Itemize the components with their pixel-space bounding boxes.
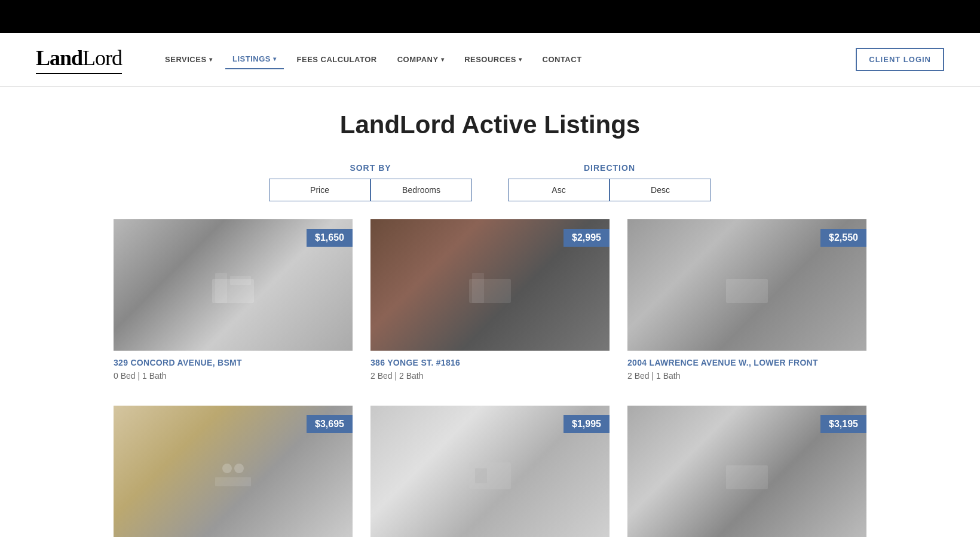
listing-address-1: 386 YONGE ST. #1816: [370, 358, 610, 367]
sort-bedrooms-button[interactable]: Bedrooms: [370, 179, 472, 201]
price-badge-4: $1,995: [564, 415, 610, 433]
listing-address-2: 2004 LAWRENCE AVENUE W., LOWER FRONT: [627, 358, 866, 367]
listing-card-5[interactable]: $3,195: [627, 406, 866, 552]
main-nav: SERVICES ▾ LISTINGS ▾ FEES CALCULATOR CO…: [158, 48, 944, 71]
listing-image-5: $3,195: [627, 406, 866, 537]
listing-card-0[interactable]: $1,650 329 CONCORD AVENUE, BSMT 0 Bed | …: [114, 219, 353, 388]
listing-info-3: [114, 537, 353, 552]
listing-image-1: $2,995: [370, 219, 610, 351]
price-badge-1: $2,995: [564, 229, 610, 247]
svg-rect-5: [726, 279, 768, 303]
svg-rect-10: [475, 468, 487, 483]
listing-info-1: 386 YONGE ST. #1816 2 Bed | 2 Bath: [370, 351, 610, 388]
listings-grid: $1,650 329 CONCORD AVENUE, BSMT 0 Bed | …: [114, 219, 866, 552]
price-badge-3: $3,695: [307, 415, 353, 433]
logo[interactable]: LandLord: [36, 45, 122, 74]
page-title: LandLord Active Listings: [114, 111, 866, 139]
header: LandLord SERVICES ▾ LISTINGS ▾ FEES CALC…: [0, 33, 980, 87]
direction-asc-button[interactable]: Asc: [508, 179, 610, 201]
direction-buttons: Asc Desc: [508, 179, 711, 201]
sort-controls: SORT BY Price Bedrooms DIRECTION Asc Des…: [114, 163, 866, 201]
listing-info-4: [370, 537, 610, 552]
listing-address-0: 329 CONCORD AVENUE, BSMT: [114, 358, 353, 367]
listing-info-2: 2004 LAWRENCE AVENUE W., LOWER FRONT 2 B…: [627, 351, 866, 388]
nav-resources[interactable]: RESOURCES ▾: [457, 50, 529, 69]
listing-card-1[interactable]: $2,995 386 YONGE ST. #1816 2 Bed | 2 Bat…: [370, 219, 610, 388]
chevron-down-icon: ▾: [519, 56, 522, 63]
sort-price-button[interactable]: Price: [269, 179, 370, 201]
svg-rect-11: [726, 465, 768, 489]
sort-by-buttons: Price Bedrooms: [269, 179, 472, 201]
svg-point-7: [234, 464, 244, 473]
chevron-down-icon: ▾: [209, 56, 213, 63]
sort-by-label: SORT BY: [350, 163, 391, 173]
direction-desc-button[interactable]: Desc: [610, 179, 711, 201]
listing-details-2: 2 Bed | 1 Bath: [627, 371, 866, 381]
listing-card-3[interactable]: $3,695: [114, 406, 353, 552]
nav-company[interactable]: COMPANY ▾: [390, 50, 451, 69]
price-badge-5: $3,195: [820, 415, 866, 433]
listing-details-1: 2 Bed | 2 Bath: [370, 371, 610, 381]
listing-info-0: 329 CONCORD AVENUE, BSMT 0 Bed | 1 Bath: [114, 351, 353, 388]
nav-services[interactable]: SERVICES ▾: [158, 50, 219, 69]
nav-fees-calculator[interactable]: FEES CALCULATOR: [290, 50, 384, 69]
direction-label: DIRECTION: [584, 163, 635, 173]
nav-contact[interactable]: CONTACT: [535, 50, 589, 69]
svg-rect-2: [230, 276, 251, 285]
svg-point-6: [222, 464, 232, 473]
svg-rect-4: [472, 273, 484, 303]
svg-rect-1: [215, 273, 227, 303]
listing-card-2[interactable]: $2,550 2004 LAWRENCE AVENUE W., LOWER FR…: [627, 219, 866, 388]
listing-info-5: [627, 537, 866, 552]
listing-image-4: $1,995: [370, 406, 610, 537]
price-badge-2: $2,550: [820, 229, 866, 247]
svg-rect-8: [215, 477, 251, 486]
price-badge-0: $1,650: [307, 229, 353, 247]
main-content: LandLord Active Listings SORT BY Price B…: [102, 87, 878, 552]
direction-group: DIRECTION Asc Desc: [508, 163, 711, 201]
listing-card-4[interactable]: $1,995: [370, 406, 610, 552]
listing-image-2: $2,550: [627, 219, 866, 351]
chevron-down-icon: ▾: [441, 56, 445, 63]
listing-image-0: $1,650: [114, 219, 353, 351]
listing-image-3: $3,695: [114, 406, 353, 537]
listing-details-0: 0 Bed | 1 Bath: [114, 371, 353, 381]
top-bar: [0, 0, 980, 33]
client-login-button[interactable]: CLIENT LOGIN: [856, 48, 944, 71]
chevron-down-icon: ▾: [273, 56, 277, 62]
sort-by-group: SORT BY Price Bedrooms: [269, 163, 472, 201]
nav-listings[interactable]: LISTINGS ▾: [225, 50, 283, 69]
